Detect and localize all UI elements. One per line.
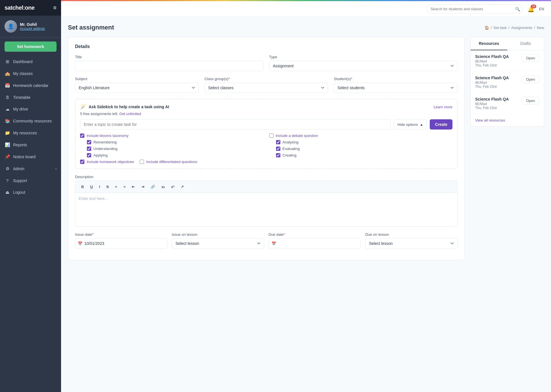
tab-resources[interactable]: Resources [471,37,507,50]
create-button[interactable]: Create [430,119,452,130]
account-settings-link[interactable]: Account settings [20,27,45,31]
page-content: Set assignment 🏠 / Set task / Assignment… [61,17,551,392]
sidebar-item-admin[interactable]: ⚙ Admin › [0,163,61,175]
ai-option-differentiated[interactable]: Include differentiated questions [140,160,197,164]
creating-checkbox[interactable] [276,153,280,157]
sidebar-item-my-resources[interactable]: 📁 My resources [0,127,61,139]
superscript-button[interactable]: x² [169,183,177,190]
form-card-title: Details [75,44,458,49]
class-label: Class group(s)* [204,77,328,81]
sidebar-item-my-drive[interactable]: ☁ My drive [0,103,61,115]
ai-option-blooms[interactable]: Include blooms taxonomy [80,134,264,138]
sidebar-item-reports[interactable]: 📊 Reports [0,139,61,151]
ai-option-creating[interactable]: Creating [276,153,453,157]
sidebar-item-label: Timetable [13,95,30,100]
class-select[interactable]: Select classes [204,83,328,93]
understanding-checkbox[interactable] [87,147,91,151]
hide-options-button[interactable]: Hide options ▲ [394,119,427,130]
homework-obj-checkbox[interactable] [80,160,84,164]
ai-option-homework-obj[interactable]: Include homework objectives [80,160,134,164]
students-label: Student(s)* [334,77,458,81]
sidebar-item-my-classes[interactable]: 🏫 My classes [0,68,61,80]
due-date-group: Due date* 📅 [269,232,361,249]
subject-label: Subject [75,77,199,81]
ai-option-remembering[interactable]: Remembering [87,140,264,144]
sidebar-item-support[interactable]: ? Support [0,175,61,186]
differentiated-checkbox[interactable] [140,160,144,164]
sidebar-item-label: My resources [13,131,37,135]
sidebar-item-timetable[interactable]: 🗓 Timetable [0,91,61,103]
editor-toolbar: B U I S ≡ ≡ ⇤ ⇥ 🔗 x₂ x² ↗ [75,181,458,193]
due-lesson-select[interactable]: Select lesson [365,238,458,249]
subscript-button[interactable]: x₂ [159,183,167,190]
type-label: Type [269,55,458,59]
sidebar-item-community-resources[interactable]: 📚 Community resources [0,115,61,127]
ordered-list-button[interactable]: ≡ [121,183,128,190]
issue-lesson-select[interactable]: Select lesson [172,238,264,249]
timetable-icon: 🗓 [5,95,10,100]
sidebar-item-dashboard[interactable]: ⊞ Dashboard [0,56,61,68]
sidebar-item-homework-calendar[interactable]: 📅 Homework calendar [0,80,61,91]
open-resource-2-button[interactable]: Open [522,76,539,83]
underline-button[interactable]: U [87,183,95,190]
sidebar-item-label: Support [13,178,27,183]
indent-button[interactable]: ⇥ [139,183,147,190]
ai-option-understanding[interactable]: Understanding [87,147,264,151]
ai-option-evaluating[interactable]: Evaluating [276,147,453,151]
unordered-list-button[interactable]: ≡ [112,183,120,190]
open-resource-1-button[interactable]: Open [522,54,539,62]
topbar: 🔍 🔔 10 EN [61,1,551,17]
search-input[interactable] [426,4,523,14]
home-icon[interactable]: 🏠 [485,26,489,30]
ai-option-analysing[interactable]: Analysing [276,140,453,144]
due-lesson-label: Due on lesson [365,232,458,237]
remembering-checkbox[interactable] [87,140,91,144]
italic-button[interactable]: I [97,183,103,190]
ai-option-applying[interactable]: Applying [87,153,264,157]
my-resources-icon: 📁 [5,130,10,135]
expand-button[interactable]: ↗ [178,183,186,190]
title-input[interactable] [75,61,264,71]
ai-topic-input[interactable] [80,119,391,130]
language-selector[interactable]: EN [539,7,544,11]
sidebar-item-notice-board[interactable]: 📌 Notice board [0,151,61,163]
resources-sidebar: Resources Drafts Science Flash QA 8E/Ma4… [470,37,544,127]
issue-date-group: Issue date* 📅 [75,232,167,249]
resource-date-2: Thu, Feb 23rd [475,85,509,89]
resource-name-1: Science Flash QA [475,54,509,59]
outdent-button[interactable]: ⇤ [129,183,137,190]
sidebar-item-logout[interactable]: ⏏ Logout [0,186,61,198]
learn-more-link[interactable]: Learn more [434,105,452,109]
applying-checkbox[interactable] [87,153,91,157]
blooms-checkbox[interactable] [80,134,84,138]
title-label: Title [75,55,264,59]
notification-button[interactable]: 🔔 10 [527,6,535,12]
open-resource-3-button[interactable]: Open [522,97,539,105]
hamburger-icon[interactable]: ≡ [53,5,57,11]
homework-calendar-icon: 📅 [5,83,10,88]
strikethrough-button[interactable]: S [104,183,111,190]
sidebar-profile: 👤 Mr. Gohil Account settings [0,16,61,37]
link-button[interactable]: 🔗 [148,183,158,190]
debate-checkbox[interactable] [269,134,274,138]
type-select[interactable]: Assignment Quiz Test [269,61,458,71]
issue-date-input[interactable] [75,238,167,249]
breadcrumb-assignments[interactable]: Assignments [511,26,532,30]
get-unlimited-link[interactable]: Get unlimited [119,112,141,116]
ai-header: 🪄 Ask Sidekick to help create a task usi… [80,104,452,110]
description-editor[interactable]: Enter text here... [75,193,458,227]
view-all-resources-link[interactable]: View all resources [471,114,544,126]
evaluating-checkbox[interactable] [276,147,280,151]
students-select[interactable]: Select students [334,83,458,93]
analysing-checkbox[interactable] [276,140,280,144]
subject-select[interactable]: English Literature [75,83,199,93]
due-date-input[interactable] [269,238,361,249]
tab-drafts[interactable]: Drafts [507,37,544,50]
resource-item-2: Science Flash QA 8E/Ma4 Thu, Feb 23rd Op… [471,72,544,93]
bold-button[interactable]: B [79,183,86,190]
ai-option-debate[interactable]: Include a debate question [269,134,453,138]
set-homework-button[interactable]: Set homework [5,41,57,52]
page-header: Set assignment 🏠 / Set task / Assignment… [68,24,544,31]
issue-lesson-group: Issue on lesson Select lesson [172,232,264,249]
breadcrumb-set-task[interactable]: Set task [493,26,507,30]
